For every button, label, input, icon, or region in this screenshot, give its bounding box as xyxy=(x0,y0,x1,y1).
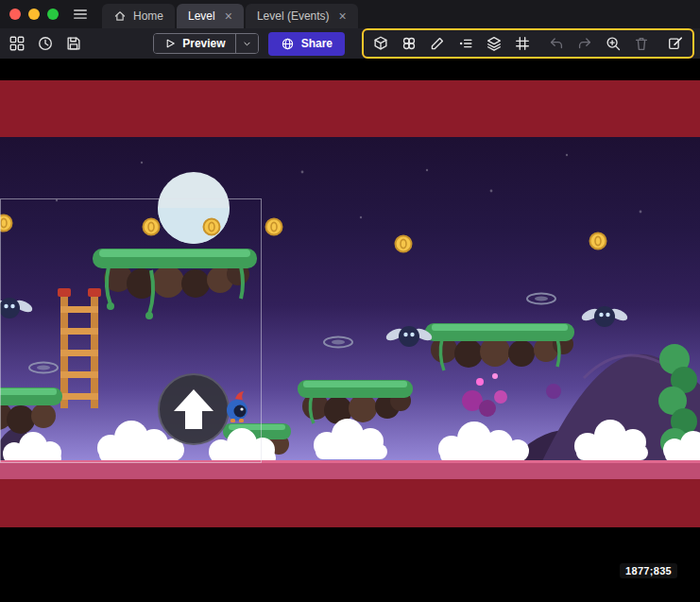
platform[interactable] xyxy=(298,380,413,424)
close-window-button[interactable] xyxy=(9,9,21,20)
app-window: Home Level × Level (Events) × xyxy=(0,0,700,602)
bat-enemy[interactable] xyxy=(580,306,629,327)
coin[interactable] xyxy=(0,215,12,232)
coin[interactable] xyxy=(396,236,412,252)
platform[interactable] xyxy=(425,323,574,370)
ladder[interactable] xyxy=(58,288,101,408)
redo-icon[interactable] xyxy=(574,33,595,54)
toolbar-left-icons xyxy=(6,32,85,55)
preview-button-group: Preview xyxy=(153,33,258,54)
saucer[interactable] xyxy=(324,337,352,348)
hamburger-menu-icon[interactable] xyxy=(72,6,89,23)
objects-icon[interactable] xyxy=(399,33,419,54)
globe-icon xyxy=(281,37,295,51)
play-icon xyxy=(163,37,177,50)
tab-bar: Home Level × Level (Events) × xyxy=(102,0,358,28)
zoom-in-icon[interactable] xyxy=(603,33,623,54)
chevron-down-icon xyxy=(241,38,253,50)
bottom-red-band xyxy=(0,479,700,527)
share-button[interactable]: Share xyxy=(268,32,345,56)
undo-icon[interactable] xyxy=(546,33,567,54)
tab-level-events[interactable]: Level (Events) × xyxy=(246,4,358,28)
preview-button[interactable]: Preview xyxy=(154,34,234,53)
magenta-bushes xyxy=(462,373,561,417)
bat-enemy[interactable] xyxy=(0,298,34,318)
coin[interactable] xyxy=(590,233,606,249)
traffic-lights xyxy=(9,9,59,20)
close-icon[interactable]: × xyxy=(339,9,347,23)
player[interactable] xyxy=(227,391,248,422)
tab-label: Level (Events) xyxy=(257,9,330,23)
3d-box-icon[interactable] xyxy=(370,33,391,54)
maximize-window-button[interactable] xyxy=(47,9,59,20)
platform[interactable] xyxy=(0,387,62,434)
history-icon[interactable] xyxy=(34,32,57,55)
cursor-coordinates: 1877;835 xyxy=(620,563,677,578)
editor-tools-highlighted-group xyxy=(362,28,694,59)
preview-dropdown-button[interactable] xyxy=(235,34,258,53)
close-icon[interactable]: × xyxy=(225,9,232,23)
saucer[interactable] xyxy=(527,294,555,304)
instances-list-icon[interactable] xyxy=(455,33,476,54)
pencil-icon[interactable] xyxy=(427,33,448,54)
grid-icon[interactable] xyxy=(512,33,533,54)
coin[interactable] xyxy=(144,219,160,235)
coin[interactable] xyxy=(266,219,282,235)
tab-home[interactable]: Home xyxy=(102,4,175,28)
titlebar: Home Level × Level (Events) × xyxy=(0,0,700,28)
ground-strip xyxy=(0,460,700,479)
project-manager-icon[interactable] xyxy=(6,32,28,55)
moon[interactable] xyxy=(158,172,230,244)
home-icon xyxy=(113,9,127,23)
tab-label: Home xyxy=(133,9,163,23)
jump-button[interactable] xyxy=(159,374,229,444)
share-label: Share xyxy=(301,37,333,50)
saucer[interactable] xyxy=(29,363,58,373)
platform[interactable] xyxy=(93,249,257,319)
tab-label: Level xyxy=(188,9,215,23)
save-icon[interactable] xyxy=(62,32,85,55)
layers-icon[interactable] xyxy=(484,33,504,54)
edit-scene-icon[interactable] xyxy=(665,33,686,54)
preview-label: Preview xyxy=(182,37,225,50)
scene-canvas[interactable]: 1877;835 xyxy=(0,59,700,602)
stars xyxy=(56,154,642,218)
toolbar: Preview Share xyxy=(0,28,700,59)
coin[interactable] xyxy=(204,219,220,235)
tab-level[interactable]: Level × xyxy=(177,4,244,28)
minimize-window-button[interactable] xyxy=(28,9,40,20)
trash-icon[interactable] xyxy=(631,33,652,54)
